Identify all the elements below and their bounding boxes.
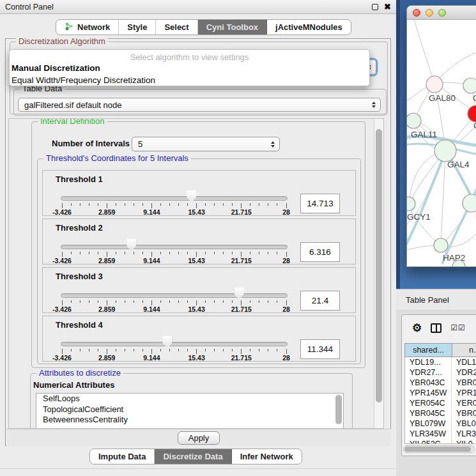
slider-tick-label: 15.43 [178, 208, 216, 216]
tab-style[interactable]: Style [119, 20, 156, 35]
scrollbar-thumb[interactable] [376, 129, 382, 403]
slider-track[interactable] [61, 293, 288, 298]
slider-tick [232, 203, 233, 206]
table-cell[interactable]: YBR043C [405, 378, 452, 388]
table-rows: YDL19...YDL1YDR27...YDR2YBR043CYBR0YPR14… [404, 357, 476, 444]
slider-tick [142, 349, 143, 351]
network-node[interactable] [426, 76, 443, 93]
network-canvas[interactable]: GAL80GACGAL11GAL4GCY1HHAP2 [407, 20, 476, 267]
table-cell[interactable]: YPR1 [452, 388, 476, 398]
table-cell[interactable]: YER054C [405, 398, 452, 408]
slider-track[interactable] [61, 342, 288, 346]
slider-tick [178, 252, 179, 254]
slider-tick [160, 300, 161, 303]
list-scrollbar-thumb[interactable] [335, 395, 342, 424]
slider-thumb[interactable] [234, 288, 244, 300]
threshold-value-field[interactable]: 14.713 [300, 194, 340, 213]
slider-tick-label: 28 [267, 257, 305, 265]
slider-tick [268, 300, 268, 303]
tab-jactivemnodules[interactable]: jActiveMNodules [267, 20, 351, 35]
network-node[interactable] [407, 197, 415, 211]
network-window-titlebar[interactable] [407, 6, 476, 20]
table-cell[interactable]: YER0 [452, 398, 476, 408]
table-horizontal-scrollbar[interactable] [403, 445, 475, 453]
slider-track[interactable] [61, 196, 288, 201]
threshold-value-field[interactable]: 6.316 [300, 242, 340, 262]
table-cell[interactable]: YIL0 [452, 439, 476, 444]
window-minimize-icon[interactable] [426, 9, 433, 17]
table-column-header[interactable]: n... [452, 344, 476, 357]
slider-thumb[interactable] [162, 336, 172, 348]
table-row[interactable]: YPR145WYPR1 [405, 388, 476, 398]
table-cell[interactable]: YDR27... [405, 367, 452, 378]
network-node[interactable] [434, 238, 448, 252]
slider-tick [259, 203, 259, 206]
numerical-attributes-list[interactable]: SelfLoopsTopologicalCoefficientBetweenne… [36, 393, 344, 429]
float-panel-icon[interactable] [372, 4, 378, 10]
table-cell[interactable]: YLR345W [405, 429, 452, 439]
dropdown-option-equal-width-frequency[interactable]: Equal Width/Frequency Discretization [10, 74, 369, 86]
slider-thumb[interactable] [187, 190, 196, 203]
table-cell[interactable]: YBL079W [405, 418, 452, 429]
attribute-list-item[interactable]: BetweennessCentrality [36, 415, 343, 426]
attribute-list-item[interactable]: TopologicalCoefficient [36, 404, 343, 415]
attribute-list-item[interactable]: SelfLoops [36, 394, 343, 404]
number-of-intervals-combo[interactable]: 5 [132, 137, 280, 151]
slider-tick [286, 252, 287, 257]
table-cell[interactable]: YBR0 [452, 378, 476, 388]
table-cell[interactable]: YPR145W [405, 388, 452, 398]
slider-tick [169, 300, 170, 303]
table-cell[interactable]: YBR0 [452, 408, 476, 418]
table-cell[interactable]: YDL19... [405, 357, 452, 367]
table-data-combo[interactable]: galFiltered.sif default node [18, 98, 381, 112]
table-row[interactable]: YDR27...YDR2 [405, 367, 476, 378]
table-cell[interactable]: YLR3 [452, 429, 476, 439]
table-row[interactable]: YDL19...YDL1 [405, 357, 476, 367]
close-panel-icon[interactable]: ✖ [384, 4, 391, 10]
slider-track[interactable] [61, 245, 288, 249]
network-node[interactable] [434, 140, 456, 162]
table-column-header[interactable]: shared... [405, 344, 452, 357]
table-row[interactable]: YER054CYER0 [405, 398, 476, 408]
gear-icon[interactable]: ⚙ [412, 323, 422, 334]
slider-thumb[interactable] [127, 239, 136, 251]
slider-tick [187, 349, 188, 351]
table-cell[interactable]: YDR2 [452, 367, 476, 378]
threshold-panel: Threshold 2-3.4262.8599.14415.4321.71528… [42, 219, 356, 265]
tab-select[interactable]: Select [156, 20, 197, 35]
table-cell[interactable]: YBL0 [452, 418, 476, 429]
tab-impute-data[interactable]: Impute Data [90, 449, 155, 464]
table-row[interactable]: YBR043CYBR0 [405, 378, 476, 388]
window-close-icon[interactable] [413, 9, 420, 17]
slider-tick [142, 300, 143, 303]
tab-infer-network[interactable]: Infer Network [232, 449, 302, 464]
tab-discretize-data[interactable]: Discretize Data [155, 449, 231, 464]
slider-tick-label: -3.426 [43, 305, 81, 313]
threshold-value-field[interactable]: 21.4 [300, 291, 340, 311]
tab-cyni-toolbox[interactable]: Cyni Toolbox [198, 20, 267, 35]
table-row[interactable]: YIL052CYIL0 [405, 439, 476, 444]
slider-tick [259, 252, 259, 254]
window-zoom-icon[interactable] [438, 9, 446, 17]
dropdown-option-manual-discretization[interactable]: Manual Discretization [10, 62, 369, 74]
slider-tick [169, 349, 170, 351]
select-columns-icon[interactable]: ☑☑ [450, 323, 466, 332]
scrollbar-thumb[interactable] [404, 447, 471, 452]
slider-tick [223, 300, 224, 303]
apply-button[interactable]: Apply [178, 431, 220, 445]
table-row[interactable]: YBR045CYBR0 [405, 408, 476, 418]
threshold-value-field[interactable]: 11.344 [300, 339, 340, 359]
slider-tick-label: 2.859 [88, 354, 126, 362]
table-row[interactable]: YLR345WYLR3 [405, 429, 476, 439]
slider-tick-label: 9.144 [132, 305, 171, 313]
table-row[interactable]: YBL079WYBL0 [405, 418, 476, 429]
table-cell[interactable]: YDL1 [452, 357, 476, 367]
tab-network[interactable]: Network [56, 20, 119, 35]
network-node[interactable] [463, 78, 476, 93]
table-cell[interactable]: YIL052C [405, 439, 452, 444]
network-node[interactable] [463, 194, 476, 212]
settings-vertical-scrollbar[interactable] [374, 119, 383, 428]
table-cell[interactable]: YBR045C [405, 408, 452, 418]
split-columns-icon[interactable] [431, 323, 441, 333]
network-node[interactable] [407, 113, 421, 128]
